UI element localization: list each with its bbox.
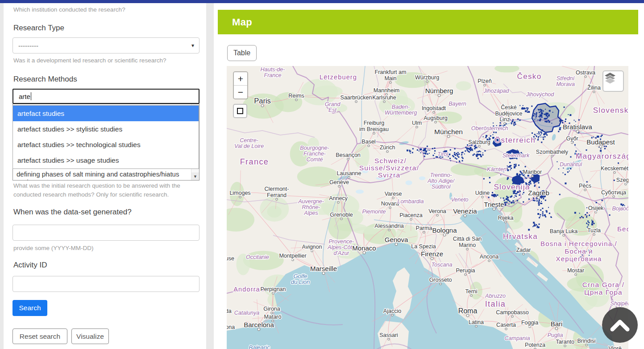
box-zoom-button[interactable] (233, 104, 247, 118)
svg-text:Rijeka: Rijeka (498, 215, 514, 221)
research-type-select[interactable]: --------- ▾ (12, 37, 199, 53)
svg-text:Taranto: Taranto (556, 339, 574, 345)
svg-text:Genève: Genève (329, 179, 349, 185)
svg-text:Puglia: Puglia (548, 332, 563, 338)
svg-text:Pécs: Pécs (579, 183, 591, 189)
chevron-down-icon: ▾ (191, 42, 194, 49)
svg-text:Österreich: Österreich (494, 136, 536, 144)
svg-text:Zürich: Zürich (380, 144, 395, 151)
svg-text:Slovensko: Slovensko (593, 106, 628, 115)
visualize-button[interactable]: Visualize (71, 328, 109, 344)
svg-text:Alto Adige/: Alto Adige/ (427, 178, 455, 184)
listbox-option[interactable]: defining phases of salt mining and catas… (17, 170, 188, 178)
scroll-down-icon[interactable]: ▼ (191, 172, 199, 180)
reset-search-button[interactable]: Reset search (12, 328, 67, 344)
svg-text:Roma: Roma (458, 307, 478, 315)
svg-text:Suisse/Svizzera/: Suisse/Svizzera/ (359, 164, 419, 172)
svg-text:Босна и: Босна и (565, 247, 593, 255)
svg-text:Potenza: Potenza (525, 342, 545, 348)
svg-text:Barcelona: Barcelona (244, 321, 274, 328)
svg-text:Salzburg: Salzburg (468, 139, 490, 145)
svg-text:Shqipëria: Shqipëria (611, 300, 628, 307)
svg-text:Comté: Comté (307, 156, 323, 163)
zoom-out-button[interactable]: − (234, 86, 247, 99)
svg-text:Ancona: Ancona (480, 254, 499, 260)
layers-control[interactable] (602, 70, 624, 92)
svg-text:Augsburg: Augsburg (424, 115, 448, 121)
search-button[interactable]: Search (12, 300, 47, 316)
research-methods-label: Research Methods (13, 75, 77, 84)
svg-text:Hauts-de-: Hauts-de- (261, 66, 285, 73)
svg-text:Varese: Varese (385, 191, 402, 197)
svg-text:Foggia: Foggia (521, 320, 538, 326)
map-panel-header: Map (218, 10, 638, 34)
svg-text:Bologna: Bologna (432, 226, 457, 234)
scroll-to-top-button[interactable] (602, 307, 638, 343)
autocomplete-option[interactable]: artefact studies >> stylistic studies (13, 121, 199, 137)
autocomplete-option[interactable]: artefact studies >> usage studies (13, 153, 199, 168)
svg-text:Latina: Latina (469, 319, 484, 325)
map-canvas[interactable]: Hauts-de-FranceLëtzebuergFrankfurt amMai… (227, 66, 628, 349)
research-methods-help-text: What was the initial research question t… (13, 181, 188, 199)
svg-text:Lleida: Lleida (227, 308, 232, 314)
svg-text:Limoges: Limoges (229, 190, 250, 196)
svg-text:Ostrava: Ostrava (576, 70, 595, 76)
box-zoom-icon (237, 108, 243, 114)
svg-text:Ferrand: Ferrand (267, 192, 287, 198)
svg-text:Szeged: Szeged (616, 177, 628, 183)
svg-text:Italia: Italia (485, 300, 506, 308)
svg-text:Schweiz/: Schweiz/ (374, 157, 407, 164)
research-methods-input[interactable]: arte (12, 89, 199, 104)
svg-text:Maribor: Maribor (523, 169, 542, 175)
research-type-label: Research Type (13, 24, 64, 33)
svg-text:Perugia: Perugia (456, 267, 475, 274)
svg-text:Württemberg: Württemberg (385, 110, 417, 116)
listbox-option-partial[interactable]: Dating (17, 178, 188, 181)
research-type-value: --------- (18, 42, 38, 49)
svg-text:Zagreb: Zagreb (528, 189, 549, 197)
svg-text:Venezia: Venezia (453, 207, 477, 215)
layers-icon (603, 71, 617, 85)
svg-text:Besançon: Besançon (336, 152, 361, 158)
svg-text:Abruzzo: Abruzzo (485, 293, 506, 299)
activity-id-label: Activity ID (13, 261, 47, 270)
map-tiles: Hauts-de-FranceLëtzebuergFrankfurt amMai… (227, 66, 628, 349)
svg-text:Војводина: Војводина (612, 205, 628, 212)
svg-text:Terni: Terni (465, 288, 477, 295)
svg-text:Суботица: Суботица (601, 189, 626, 196)
svg-text:Osijek: Osijek (588, 205, 604, 211)
svg-text:Udine: Udine (475, 190, 490, 196)
svg-text:Grand: Grand (325, 101, 341, 107)
svg-text:Ingolstadt: Ingolstadt (422, 105, 446, 111)
autocomplete-menu: artefact studiesartefact studies >> styl… (12, 105, 199, 169)
svg-text:Genova: Genova (385, 236, 408, 243)
svg-text:Balearic: Balearic (249, 344, 270, 349)
svg-text:Val de Loire: Val de Loire (234, 143, 264, 149)
svg-text:Alessandria: Alessandria (374, 223, 403, 229)
activity-id-input[interactable] (12, 276, 199, 292)
map-panel-title: Map (232, 16, 252, 28)
dataset-generated-input[interactable] (12, 225, 199, 241)
svg-text:Clermont-: Clermont- (265, 186, 289, 192)
svg-text:Hrvatska: Hrvatska (503, 232, 538, 241)
svg-text:Херцеговина: Херцеговина (556, 255, 602, 263)
svg-text:Verona: Verona (428, 208, 446, 214)
svg-text:Banja Luka: Banja Luka (550, 228, 578, 234)
svg-text:Tarragona: Tarragona (227, 324, 235, 330)
svg-text:Provence-: Provence- (329, 238, 354, 245)
svg-text:Bosna i Hercegovina /: Bosna i Hercegovina / (540, 240, 617, 247)
svg-text:Alpes-Côte: Alpes-Côte (327, 244, 355, 250)
autocomplete-option[interactable]: artefact studies (13, 106, 199, 121)
svg-text:Jihovýchod: Jihovýchod (526, 91, 555, 98)
svg-text:Slovenija: Slovenija (494, 183, 530, 191)
research-type-help-text: Was it a development led research or sci… (13, 56, 166, 65)
autocomplete-option[interactable]: artefact studies >> technological studie… (13, 137, 199, 153)
svg-text:Veneto: Veneto (451, 197, 468, 203)
svg-text:Győr: Győr (566, 135, 578, 142)
dataset-generated-label: When was the data-set generated? (13, 208, 132, 217)
table-button[interactable]: Table (227, 45, 257, 61)
svg-text:Bratislava: Bratislava (563, 123, 593, 131)
svg-text:Franche-: Franche- (303, 151, 326, 157)
svg-text:Szombathely: Szombathely (536, 149, 569, 155)
zoom-in-button[interactable]: + (234, 72, 247, 86)
